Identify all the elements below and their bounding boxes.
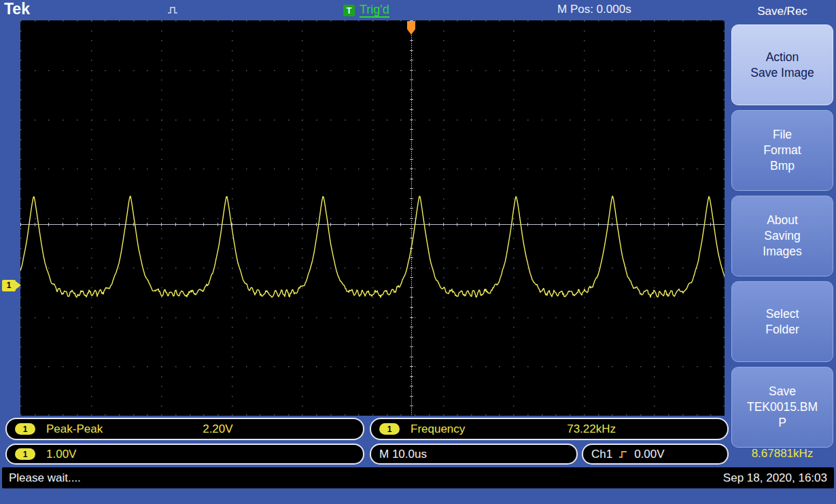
channel-badge: 1 (15, 448, 35, 460)
menu-button-select-folder[interactable]: Select Folder (731, 281, 833, 362)
side-menu-title: Save/Rec (729, 5, 836, 18)
timebase-box: M 10.0us (370, 444, 578, 465)
acquisition-pulse-icon (167, 5, 178, 15)
status-message: Please wait.... (9, 471, 81, 485)
menu-button-action-save-image[interactable]: Action Save Image (731, 24, 833, 105)
trigger-position-marker (407, 21, 415, 29)
tek-logo: Tek (4, 0, 30, 18)
rising-edge-icon (619, 450, 628, 459)
menu-button-about-saving-images[interactable]: About Saving Images (731, 196, 833, 276)
horizontal-position-readout: M Pos: 0.000s (557, 3, 631, 16)
trigger-status: T Trig'd (343, 3, 389, 18)
trigger-level: 0.00V (634, 448, 664, 461)
timebase-value: M 10.0us (379, 448, 427, 461)
trigger-frequency-counter: 8.67881kHz (731, 447, 833, 461)
menu-button-file-format[interactable]: File Format Bmp (731, 110, 833, 191)
status-bar: Please wait.... Sep 18, 2020, 16:03 (2, 467, 834, 488)
measurement-1-box: 1 Peak-Peak 2.20V (5, 418, 364, 440)
trigger-status-label: Trig'd (360, 3, 389, 18)
measurement-value: 2.20V (203, 422, 232, 436)
channel1-ground-marker: 1 (2, 280, 16, 291)
trigger-status-icon: T (343, 5, 355, 16)
measurement-label: Frequency (411, 422, 465, 436)
measurement-label: Peak-Peak (46, 422, 103, 436)
menu-button-save-file[interactable]: Save TEK0015.BM P (731, 367, 833, 448)
ch1-scale-value: 1.00V (46, 448, 76, 461)
trigger-source-box: Ch1 0.00V (582, 444, 729, 465)
scope-ui: { "top_bar": { "logo": "Tek", "trigger_i… (0, 0, 836, 504)
top-bar: Tek T Trig'd M Pos: 0.000s (0, 0, 836, 20)
measurement-value: 73.22kHz (567, 422, 616, 436)
trigger-source: Ch1 (591, 448, 612, 461)
channel-badge: 1 (379, 423, 400, 435)
side-menu: Action Save Image File Format Bmp About … (731, 24, 833, 448)
status-datetime: Sep 18, 2020, 16:03 (723, 471, 827, 485)
waveform-display (20, 20, 725, 416)
channel-badge: 1 (15, 423, 35, 435)
measurement-2-box: 1 Frequency 73.22kHz (370, 418, 729, 440)
ch1-scale-box: 1 1.00V (5, 444, 364, 465)
